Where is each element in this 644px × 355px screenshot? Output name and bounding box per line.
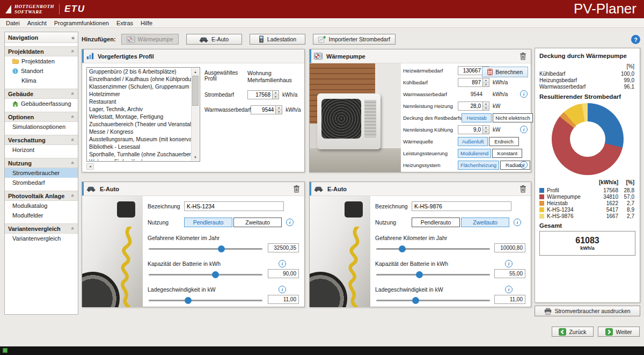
toolbar-button-ladestation[interactable]: Ladestation [250,34,305,45]
sidebar-item-modulkatalog[interactable]: Modulkatalog [5,201,78,211]
delete-card-button[interactable] [519,185,526,193]
toggle-option-zweitauto[interactable]: Zweitauto [233,218,282,227]
delete-card-button[interactable] [519,52,526,60]
bezeichnung-input[interactable] [412,201,511,211]
spinner-input[interactable] [458,78,482,87]
sidebar-item-klima[interactable]: Klima [5,76,78,85]
spinner-up-icon[interactable]: ▲ [273,91,279,95]
slider-value[interactable]: 11,00 [268,295,299,304]
info-icon[interactable]: i [520,161,528,169]
spinner-down-icon[interactable]: ▼ [483,129,489,134]
sidebar-item-gebaudeerfassung[interactable]: Gebäudeerfassung [5,99,78,108]
sidebar-section-nutzung[interactable]: Nutzung« [5,158,78,168]
menu-item-programmfunktionen[interactable]: Programmfunktionen [50,19,113,27]
spinner-up-icon[interactable]: ▲ [483,126,489,129]
profile-list-item[interactable]: Gruppenbüro (2 bis 6 Arbeitsplätze) [87,68,191,76]
slider-value[interactable]: 55,00 [494,269,525,278]
profile-list-item[interactable]: Wohnung Einfamilienhaus [87,158,191,161]
scroll-down-icon[interactable]: ▼ [192,154,199,161]
spinner-input[interactable] [247,90,272,99]
slider-track[interactable] [149,274,262,276]
spinner-input[interactable] [458,66,482,75]
slider-handle[interactable] [185,297,192,304]
info-icon[interactable]: i [286,219,294,226]
sidebar-item-horizont[interactable]: Horizont [5,145,78,155]
slider-value[interactable]: 32500,35 [268,243,299,252]
slider-track[interactable] [376,248,490,250]
info-icon[interactable]: i [279,260,286,267]
scroll-left-icon[interactable]: ◂ [86,163,94,170]
slider-handle[interactable] [416,271,423,278]
print-button[interactable]: Stromverbraucher ausdrucken [535,306,640,316]
spinner-down-icon[interactable]: ▼ [483,106,489,110]
slider-value[interactable]: 10000,80 [494,243,525,252]
toggle-option-erdreich[interactable]: Erdreich [489,137,519,146]
slider-value[interactable]: 90,00 [268,269,299,278]
profile-list-item[interactable]: Einzelhandel / Kaufhaus (ohne Kühlproduk… [87,76,191,83]
delete-card-button[interactable] [293,185,300,193]
sidebar-item-projektdaten[interactable]: Projektdaten [5,56,78,66]
berechnen-button[interactable]: Berechnen [482,67,528,77]
slider-handle[interactable] [412,297,419,304]
toggle-option-konstant[interactable]: Konstant [492,149,522,158]
profile-list-item[interactable]: Ausstellungsraum, Museum (mit konservato… [87,136,191,143]
spinner-input[interactable] [458,102,482,111]
scrollbar-thumb[interactable] [192,76,199,106]
slider-track[interactable] [376,300,490,301]
scroll-up-icon[interactable]: ▲ [192,68,199,75]
spinner-down-icon[interactable]: ▼ [276,110,282,114]
toggle-option-zweitauto[interactable]: Zweitauto [461,218,509,227]
slider-handle[interactable] [399,245,406,252]
profile-list-item[interactable]: Lager, Technik, Archiv [87,106,191,113]
toolbar-button-e-auto[interactable]: E-Auto [186,34,242,45]
profile-list-item[interactable]: Bibliothek - Lesesaal [87,143,191,151]
sidebar-section-variantenvergleich[interactable]: Variantenvergleich« [5,223,78,234]
info-icon[interactable]: i [520,126,528,133]
spinner-up-icon[interactable]: ▲ [483,102,489,106]
profile-list-item[interactable]: Klassenzimmer (Schulen), Gruppenraum (Ki… [87,83,191,91]
sidebar-item-modulfelder[interactable]: Modulfelder [5,211,78,220]
profile-list-scrollbar[interactable]: ▲ ▼ [191,68,199,161]
slider-track[interactable] [149,300,262,301]
spinner-input[interactable] [458,125,482,134]
sidebar-item-simulationsoptionen[interactable]: Simulationsoptionen [5,122,78,132]
sidebar-section-verschattung[interactable]: Verschattung« [5,135,78,145]
menu-item-hilfe[interactable]: Hilfe [137,19,156,27]
profile-list-item[interactable]: Hotelzimmer [87,91,191,98]
menu-item-ansicht[interactable]: Ansicht [24,19,50,27]
back-button[interactable]: Zurück [552,327,594,337]
info-icon[interactable]: i [505,286,513,293]
profile-list-item[interactable]: Zuschauerbereich (Theater und Veranstalt… [87,121,191,128]
next-button[interactable]: Weiter [598,327,640,337]
spinner-down-icon[interactable]: ▼ [483,82,489,86]
profile-list-item[interactable]: Werkstatt, Montage, Fertigung [87,113,191,121]
toolbar-button-importierter-strombedarf[interactable]: Importierter Strombedarf [313,34,396,45]
info-icon[interactable]: i [520,90,528,98]
info-icon[interactable]: i [514,219,521,226]
sidebar-item-variantenvergleich[interactable]: Variantenvergleich [5,234,78,243]
sidebar-section-projektdaten[interactable]: Projektdaten« [5,46,78,56]
slider-value[interactable]: 11,00 [494,295,525,304]
spinner-input[interactable] [251,105,275,114]
sidebar-section-optionen[interactable]: Optionen« [5,112,78,122]
collapse-panel-icon[interactable]: « [71,34,75,41]
menu-item-extras[interactable]: Extras [113,19,137,27]
info-icon[interactable]: i [505,260,513,267]
slider-track[interactable] [376,274,490,276]
toggle-option-flachenheizung[interactable]: Flächenheizung [458,161,499,170]
sidebar-item-strombedarf[interactable]: Strombedarf [5,178,78,187]
help-button[interactable]: ? [631,35,640,44]
slider-track[interactable] [149,248,262,250]
spinner-up-icon[interactable]: ▲ [276,106,282,110]
slider-handle[interactable] [212,271,219,278]
sidebar-section-photovoltaik-anlage[interactable]: Photovoltaik Anlage« [5,191,78,201]
spinner-up-icon[interactable]: ▲ [483,78,489,82]
profile-list-item[interactable]: Messe / Kongress [87,128,191,136]
toggle-option-modulierend[interactable]: Modulierend [458,149,491,158]
sidebar-section-gebaude[interactable]: Gebäude« [5,89,78,99]
slider-handle[interactable] [218,245,225,252]
toggle-option-nicht-elektrisch[interactable]: Nicht elektrisch [493,113,532,122]
toggle-option-pendlerauto[interactable]: Pendlerauto [184,218,232,227]
info-icon[interactable]: i [279,286,286,293]
bezeichnung-input[interactable] [184,201,284,211]
